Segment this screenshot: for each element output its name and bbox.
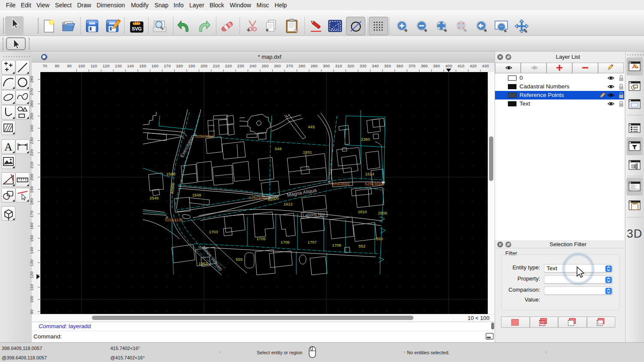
svg-text:1705: 1705 <box>256 236 265 241</box>
svg-text:43506: 43506 <box>169 183 175 195</box>
svg-text:1706: 1706 <box>280 240 289 244</box>
svg-text:548: 548 <box>275 146 282 151</box>
svg-text:550: 550 <box>376 236 383 241</box>
svg-text:52563694: 52563694 <box>365 181 383 186</box>
svg-text:52563693: 52563693 <box>331 181 349 186</box>
svg-text:445: 445 <box>308 124 315 129</box>
svg-text:2546: 2546 <box>149 196 158 200</box>
svg-text:1931: 1931 <box>303 150 312 154</box>
svg-text:1810: 1810 <box>358 209 367 214</box>
svg-text:43505: 43505 <box>267 196 279 202</box>
svg-text:Magna Aliqua: Magna Aliqua <box>286 187 317 198</box>
svg-text:1614: 1614 <box>365 172 374 176</box>
svg-text:1612: 1612 <box>283 202 292 206</box>
svg-text:52563236: 52563236 <box>165 217 183 222</box>
svg-text:1549: 1549 <box>192 193 201 197</box>
svg-text:A: A <box>4 141 12 153</box>
svg-text:1708: 1708 <box>332 243 341 247</box>
svg-text:2506: 2506 <box>378 211 387 215</box>
svg-text:SVG: SVG <box>132 26 142 31</box>
svg-text:1953: 1953 <box>198 261 207 266</box>
svg-text:2360: 2360 <box>361 137 370 142</box>
svg-text:552: 552 <box>358 244 365 248</box>
svg-text:1703: 1703 <box>209 229 218 234</box>
svg-text:52563684: 52563684 <box>195 134 213 139</box>
svg-text:1707: 1707 <box>307 240 316 244</box>
svg-text:Exercitation: Exercitation <box>179 134 195 158</box>
svg-text:52563692: 52563692 <box>249 195 267 200</box>
svg-text:1580: 1580 <box>166 172 175 176</box>
svg-text:555: 555 <box>236 257 243 262</box>
